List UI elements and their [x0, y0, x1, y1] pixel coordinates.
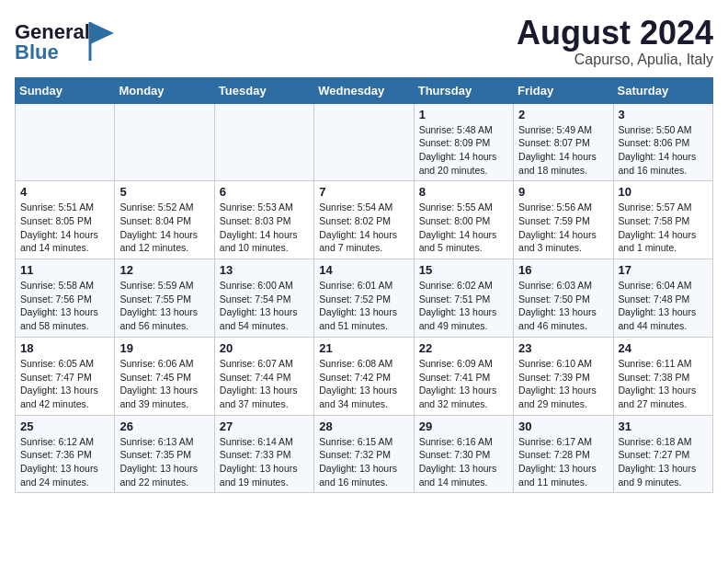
day-number: 2: [518, 108, 608, 121]
calendar-cell: 16Sunrise: 6:03 AM Sunset: 7:50 PM Dayli…: [514, 259, 613, 338]
day-info: Sunrise: 6:12 AM Sunset: 7:36 PM Dayligh…: [20, 435, 109, 489]
day-info: Sunrise: 5:53 AM Sunset: 8:03 PM Dayligh…: [220, 201, 309, 255]
day-number: 17: [619, 263, 708, 277]
calendar-cell: 14Sunrise: 6:01 AM Sunset: 7:52 PM Dayli…: [314, 259, 414, 338]
calendar-cell: 21Sunrise: 6:08 AM Sunset: 7:42 PM Dayli…: [314, 337, 414, 415]
calendar-table: SundayMondayTuesdayWednesdayThursdayFrid…: [15, 77, 713, 494]
calendar-cell: 26Sunrise: 6:13 AM Sunset: 7:35 PM Dayli…: [115, 415, 214, 493]
day-info: Sunrise: 6:16 AM Sunset: 7:30 PM Dayligh…: [419, 435, 508, 489]
calendar-cell: 11Sunrise: 5:58 AM Sunset: 7:56 PM Dayli…: [16, 259, 115, 338]
day-info: Sunrise: 6:02 AM Sunset: 7:51 PM Dayligh…: [419, 279, 508, 333]
day-number: 6: [220, 185, 309, 199]
day-number: 19: [119, 341, 209, 355]
svg-text:Blue: Blue: [15, 40, 59, 63]
calendar-cell: 24Sunrise: 6:11 AM Sunset: 7:38 PM Dayli…: [613, 337, 712, 415]
day-info: Sunrise: 6:13 AM Sunset: 7:35 PM Dayligh…: [119, 435, 209, 489]
calendar-cell: 7Sunrise: 5:54 AM Sunset: 8:02 PM Daylig…: [314, 181, 414, 259]
column-header-monday: Monday: [115, 77, 214, 103]
column-header-sunday: Sunday: [16, 77, 115, 103]
column-header-wednesday: Wednesday: [314, 77, 414, 103]
day-info: Sunrise: 6:06 AM Sunset: 7:45 PM Dayligh…: [119, 357, 209, 411]
calendar-cell: [314, 103, 414, 181]
day-number: 12: [119, 263, 209, 277]
day-number: 27: [220, 419, 309, 433]
day-info: Sunrise: 6:18 AM Sunset: 7:27 PM Dayligh…: [619, 435, 708, 489]
calendar-cell: 4Sunrise: 5:51 AM Sunset: 8:05 PM Daylig…: [16, 181, 115, 259]
day-info: Sunrise: 5:59 AM Sunset: 7:55 PM Dayligh…: [119, 279, 209, 333]
calendar-cell: 12Sunrise: 5:59 AM Sunset: 7:55 PM Dayli…: [115, 259, 214, 338]
day-number: 3: [619, 108, 708, 121]
day-number: 4: [20, 185, 109, 199]
day-number: 20: [220, 341, 309, 355]
calendar-cell: [16, 103, 115, 181]
page-title: August 2024: [517, 15, 713, 52]
day-number: 24: [619, 341, 708, 355]
day-number: 13: [220, 263, 309, 277]
day-number: 16: [518, 263, 608, 277]
day-number: 8: [419, 185, 508, 199]
day-info: Sunrise: 6:08 AM Sunset: 7:42 PM Dayligh…: [319, 357, 408, 411]
calendar-cell: [214, 103, 313, 181]
page-header: GeneralBlue August 2024 Capurso, Apulia,…: [15, 15, 713, 68]
day-number: 22: [419, 341, 508, 355]
calendar-cell: 31Sunrise: 6:18 AM Sunset: 7:27 PM Dayli…: [613, 415, 712, 493]
day-number: 9: [518, 185, 608, 199]
day-number: 31: [619, 419, 708, 433]
day-number: 21: [319, 341, 408, 355]
day-info: Sunrise: 6:17 AM Sunset: 7:28 PM Dayligh…: [518, 435, 608, 489]
calendar-cell: 1Sunrise: 5:48 AM Sunset: 8:09 PM Daylig…: [414, 103, 513, 181]
day-number: 25: [20, 419, 109, 433]
day-info: Sunrise: 5:49 AM Sunset: 8:07 PM Dayligh…: [518, 123, 608, 178]
day-number: 10: [619, 185, 708, 199]
page-subtitle: Capurso, Apulia, Italy: [517, 52, 713, 68]
column-header-saturday: Saturday: [613, 77, 712, 103]
day-info: Sunrise: 5:52 AM Sunset: 8:04 PM Dayligh…: [119, 201, 209, 255]
title-block: August 2024 Capurso, Apulia, Italy: [517, 15, 713, 68]
column-header-thursday: Thursday: [414, 77, 513, 103]
day-info: Sunrise: 6:15 AM Sunset: 7:32 PM Dayligh…: [319, 435, 408, 489]
calendar-cell: 23Sunrise: 6:10 AM Sunset: 7:39 PM Dayli…: [514, 337, 613, 415]
calendar-cell: 25Sunrise: 6:12 AM Sunset: 7:36 PM Dayli…: [16, 415, 115, 493]
day-info: Sunrise: 5:58 AM Sunset: 7:56 PM Dayligh…: [20, 279, 109, 333]
calendar-cell: [115, 103, 214, 181]
day-number: 1: [419, 108, 508, 121]
calendar-cell: 9Sunrise: 5:56 AM Sunset: 7:59 PM Daylig…: [514, 181, 613, 259]
day-info: Sunrise: 6:01 AM Sunset: 7:52 PM Dayligh…: [319, 279, 408, 333]
column-header-friday: Friday: [514, 77, 613, 103]
calendar-cell: 2Sunrise: 5:49 AM Sunset: 8:07 PM Daylig…: [514, 103, 613, 181]
day-info: Sunrise: 5:56 AM Sunset: 7:59 PM Dayligh…: [518, 201, 608, 255]
calendar-cell: 5Sunrise: 5:52 AM Sunset: 8:04 PM Daylig…: [115, 181, 214, 259]
calendar-header-row: SundayMondayTuesdayWednesdayThursdayFrid…: [16, 77, 713, 103]
calendar-cell: 30Sunrise: 6:17 AM Sunset: 7:28 PM Dayli…: [514, 415, 613, 493]
day-info: Sunrise: 6:14 AM Sunset: 7:33 PM Dayligh…: [220, 435, 309, 489]
day-info: Sunrise: 6:07 AM Sunset: 7:44 PM Dayligh…: [220, 357, 309, 411]
day-info: Sunrise: 5:48 AM Sunset: 8:09 PM Dayligh…: [419, 123, 508, 178]
calendar-cell: 3Sunrise: 5:50 AM Sunset: 8:06 PM Daylig…: [613, 103, 712, 181]
calendar-cell: 28Sunrise: 6:15 AM Sunset: 7:32 PM Dayli…: [314, 415, 414, 493]
svg-marker-2: [90, 22, 114, 44]
day-info: Sunrise: 6:00 AM Sunset: 7:54 PM Dayligh…: [220, 279, 309, 333]
day-number: 18: [20, 341, 109, 355]
calendar-cell: 13Sunrise: 6:00 AM Sunset: 7:54 PM Dayli…: [214, 259, 313, 338]
calendar-week-1: 1Sunrise: 5:48 AM Sunset: 8:09 PM Daylig…: [16, 103, 713, 181]
day-number: 29: [419, 419, 508, 433]
day-number: 11: [20, 263, 109, 277]
calendar-cell: 19Sunrise: 6:06 AM Sunset: 7:45 PM Dayli…: [115, 337, 214, 415]
day-info: Sunrise: 6:11 AM Sunset: 7:38 PM Dayligh…: [619, 357, 708, 411]
day-info: Sunrise: 5:57 AM Sunset: 7:58 PM Dayligh…: [619, 201, 708, 255]
day-info: Sunrise: 6:05 AM Sunset: 7:47 PM Dayligh…: [20, 357, 109, 411]
calendar-cell: 17Sunrise: 6:04 AM Sunset: 7:48 PM Dayli…: [613, 259, 712, 338]
day-number: 23: [518, 341, 608, 355]
calendar-cell: 10Sunrise: 5:57 AM Sunset: 7:58 PM Dayli…: [613, 181, 712, 259]
calendar-cell: 29Sunrise: 6:16 AM Sunset: 7:30 PM Dayli…: [414, 415, 513, 493]
logo-svg: GeneralBlue: [15, 18, 116, 64]
column-header-tuesday: Tuesday: [214, 77, 313, 103]
day-info: Sunrise: 6:10 AM Sunset: 7:39 PM Dayligh…: [518, 357, 608, 411]
calendar-cell: 27Sunrise: 6:14 AM Sunset: 7:33 PM Dayli…: [214, 415, 313, 493]
day-info: Sunrise: 5:54 AM Sunset: 8:02 PM Dayligh…: [319, 201, 408, 255]
calendar-cell: 8Sunrise: 5:55 AM Sunset: 8:00 PM Daylig…: [414, 181, 513, 259]
day-info: Sunrise: 5:51 AM Sunset: 8:05 PM Dayligh…: [20, 201, 109, 255]
calendar-cell: 6Sunrise: 5:53 AM Sunset: 8:03 PM Daylig…: [214, 181, 313, 259]
day-info: Sunrise: 6:03 AM Sunset: 7:50 PM Dayligh…: [518, 279, 608, 333]
calendar-week-4: 18Sunrise: 6:05 AM Sunset: 7:47 PM Dayli…: [16, 337, 713, 415]
